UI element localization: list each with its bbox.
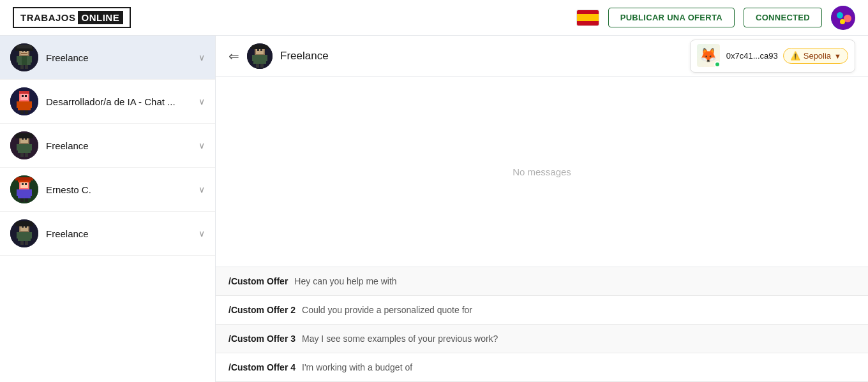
- suggestion-command-4: /Custom Offer 4: [228, 362, 296, 372]
- network-chevron-icon: ▼: [834, 52, 841, 60]
- sidebar-name-3: Freelance: [46, 140, 193, 151]
- svg-rect-59: [28, 232, 32, 239]
- no-messages-label: No messages: [513, 166, 571, 177]
- svg-rect-25: [17, 101, 20, 108]
- chat-title: Freelance: [280, 50, 329, 62]
- sidebar-info-1: Freelance: [46, 52, 193, 63]
- svg-point-3: [840, 19, 845, 24]
- svg-rect-37: [20, 153, 24, 157]
- svg-rect-35: [17, 144, 20, 151]
- svg-point-0: [831, 6, 855, 30]
- svg-rect-39: [15, 133, 33, 138]
- suggestion-item-1[interactable]: /Custom Offer Hey can you help me with: [216, 267, 868, 296]
- connected-button[interactable]: CONNECTED: [744, 8, 822, 27]
- svg-rect-47: [28, 189, 32, 196]
- svg-rect-44: [25, 183, 27, 185]
- svg-rect-60: [20, 241, 24, 245]
- svg-rect-62: [15, 221, 33, 226]
- svg-rect-61: [25, 241, 28, 245]
- wallet-address: 0x7c41...ca93: [726, 51, 778, 61]
- svg-rect-67: [260, 49, 262, 51]
- svg-rect-17: [17, 45, 32, 48]
- suggestion-command-2: /Custom Offer 2: [228, 305, 296, 315]
- svg-rect-9: [21, 53, 27, 54]
- chevron-down-icon-2: ∨: [198, 96, 205, 107]
- svg-rect-42: [20, 182, 28, 188]
- sidebar-item-4[interactable]: Ernesto C. ∨: [0, 168, 215, 212]
- user-avatar[interactable]: [831, 6, 855, 30]
- sidebar-name-4: Ernesto C.: [46, 184, 193, 195]
- chat-header-left: ⇐ Freelan: [228, 43, 329, 69]
- sidebar-info-5: Freelance: [46, 228, 193, 239]
- suggestion-item-3[interactable]: /Custom Offer 3 May I see some examples …: [216, 325, 868, 353]
- chevron-down-icon-5: ∨: [198, 228, 205, 239]
- logo-trabajos: TRABAJOS: [20, 12, 76, 23]
- svg-rect-72: [260, 64, 264, 68]
- svg-rect-12: [17, 56, 20, 62]
- wallet-info-panel: 🦊 0x7c41...ca93 ⚠️ Sepolia ▼: [690, 40, 855, 73]
- suggestion-text-2: Could you provide a personalized quote f…: [302, 305, 472, 315]
- suggestion-command-3: /Custom Offer 3: [228, 334, 296, 344]
- suggestion-text-4: I'm working with a budget of: [302, 362, 412, 372]
- chevron-down-icon-4: ∨: [198, 184, 205, 195]
- main-layout: Freelance ∨: [0, 36, 868, 382]
- svg-rect-69: [252, 55, 256, 61]
- sidebar-item-1[interactable]: Freelance ∨: [0, 36, 215, 80]
- chat-area: ⇐ Freelan: [216, 36, 868, 382]
- chevron-down-icon-3: ∨: [198, 140, 205, 151]
- network-badge[interactable]: ⚠️ Sepolia ▼: [783, 48, 848, 64]
- svg-point-1: [837, 12, 843, 18]
- chat-messages: No messages: [216, 77, 868, 267]
- svg-rect-26: [28, 101, 32, 108]
- svg-rect-20: [20, 94, 28, 100]
- svg-rect-38: [25, 153, 28, 157]
- sidebar-avatar-2: [10, 87, 38, 115]
- logo[interactable]: TRABAJOS ONLINE: [13, 7, 131, 28]
- suggestion-item-4[interactable]: /Custom Offer 4 I'm working with a budge…: [216, 353, 868, 382]
- logo-online: ONLINE: [78, 11, 124, 24]
- sidebar-avatar-3: [10, 131, 38, 159]
- svg-rect-11: [22, 56, 27, 65]
- warning-icon: ⚠️: [790, 51, 800, 61]
- sidebar-avatar-1: [10, 43, 38, 71]
- svg-rect-51: [15, 177, 33, 180]
- online-status-dot: [714, 61, 721, 68]
- svg-rect-21: [22, 95, 24, 97]
- svg-rect-48: [20, 198, 24, 202]
- svg-rect-58: [17, 232, 20, 239]
- suggestions-area: /Custom Offer Hey can you help me with /…: [216, 267, 868, 382]
- sidebar-item-5[interactable]: Freelance ∨: [0, 212, 215, 256]
- sidebar-name-1: Freelance: [46, 52, 193, 63]
- sidebar-info-3: Freelance: [46, 140, 193, 151]
- svg-rect-70: [264, 55, 267, 61]
- sidebar-item-2[interactable]: Desarrollador/a de IA - Chat ... ∨: [0, 80, 215, 124]
- svg-rect-46: [17, 189, 20, 196]
- network-label: Sepolia: [804, 51, 831, 61]
- sidebar-info-2: Desarrollador/a de IA - Chat ...: [46, 96, 193, 107]
- suggestion-text-1: Hey can you help me with: [294, 276, 396, 286]
- sidebar-name-2: Desarrollador/a de IA - Chat ...: [46, 96, 193, 107]
- flag-icon[interactable]: [576, 10, 599, 26]
- app-header: TRABAJOS ONLINE PUBLICAR UNA OFERTA CONN…: [0, 0, 868, 36]
- svg-rect-73: [251, 45, 269, 49]
- sidebar-avatar-5: [10, 219, 38, 247]
- back-button[interactable]: ⇐: [228, 48, 239, 64]
- chat-header-avatar: [247, 43, 273, 69]
- sidebar-item-3[interactable]: Freelance ∨: [0, 124, 215, 168]
- publish-button[interactable]: PUBLICAR UNA OFERTA: [608, 8, 735, 27]
- wallet-icon-wrap: 🦊: [697, 44, 721, 68]
- svg-rect-43: [22, 183, 24, 185]
- sidebar-name-5: Freelance: [46, 228, 193, 239]
- sidebar: Freelance ∨: [0, 36, 216, 382]
- svg-rect-71: [256, 64, 259, 68]
- chat-header: ⇐ Freelan: [216, 36, 868, 77]
- sidebar-info-4: Ernesto C.: [46, 184, 193, 195]
- svg-rect-66: [257, 49, 259, 51]
- header-left: TRABAJOS ONLINE: [13, 7, 131, 28]
- svg-rect-28: [25, 110, 28, 114]
- header-right: PUBLICAR UNA OFERTA CONNECTED: [576, 6, 855, 30]
- svg-rect-14: [20, 65, 24, 69]
- svg-rect-23: [19, 91, 29, 94]
- suggestion-item-2[interactable]: /Custom Offer 2 Could you provide a pers…: [216, 296, 868, 325]
- svg-rect-27: [20, 110, 24, 114]
